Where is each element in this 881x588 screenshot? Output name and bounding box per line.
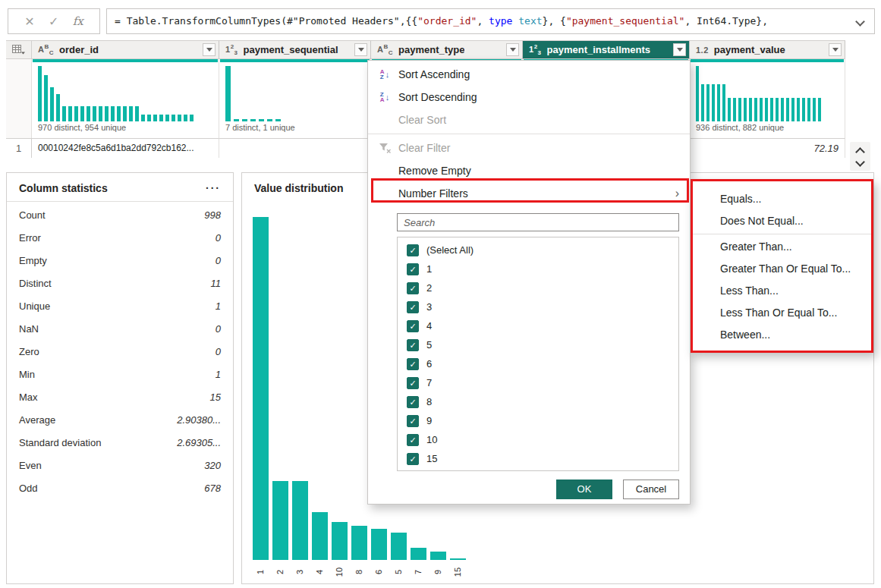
- filter-value-row-9[interactable]: ✓9: [398, 411, 678, 430]
- column-filter-dropdown[interactable]: [829, 43, 842, 56]
- filter-value-row-5[interactable]: ✓5: [398, 335, 678, 354]
- submenu-item-greater-than-or-equal-to[interactable]: Greater Than Or Equal To...: [693, 258, 871, 280]
- checkbox-checked-icon[interactable]: ✓: [407, 358, 419, 370]
- filter-value-row-2[interactable]: ✓2: [398, 278, 678, 297]
- overflow-menu-icon[interactable]: ···: [206, 185, 221, 191]
- submenu-item-less-than-or-equal-to[interactable]: Less Than Or Equal To...: [693, 302, 871, 324]
- histogram-bar: [135, 106, 139, 121]
- filter-value-row-1[interactable]: ✓1: [398, 259, 678, 278]
- filter-value-row-10[interactable]: ✓10: [398, 430, 678, 449]
- formula-token: type: [489, 15, 512, 27]
- checkbox-checked-icon[interactable]: ✓: [407, 263, 419, 275]
- submenu-item-does-not-equal[interactable]: Does Not Equal...: [693, 210, 871, 232]
- checkbox-checked-icon[interactable]: ✓: [407, 377, 419, 389]
- filter-value-row-8[interactable]: ✓8: [398, 392, 678, 411]
- column-filter-dropdown[interactable]: [203, 43, 216, 56]
- column-header-order_id[interactable]: ABCorder_id: [32, 40, 219, 59]
- filter-value-row-4[interactable]: ✓4: [398, 316, 678, 335]
- filter-value-row-select-all[interactable]: ✓(Select All): [398, 241, 678, 259]
- row1-cell-payment_value[interactable]: 72.19: [690, 138, 845, 158]
- cancel-button[interactable]: Cancel: [623, 480, 679, 499]
- formula-input[interactable]: = Table.TransformColumnTypes(#"Promoted …: [106, 8, 875, 34]
- chart-x-label: 7: [411, 564, 426, 588]
- histogram-bar: [728, 98, 731, 121]
- column-histogram: [32, 63, 219, 122]
- column-header-payment_type[interactable]: ABCpayment_type: [371, 40, 523, 59]
- scroll-up-icon[interactable]: [855, 147, 865, 157]
- filter-value-label: 1: [426, 263, 432, 275]
- checkbox-checked-icon[interactable]: ✓: [407, 339, 419, 351]
- histogram-bar: [696, 66, 699, 121]
- column-header-payment_value[interactable]: 1.2payment_value: [690, 40, 845, 59]
- histogram-bar: [184, 115, 187, 121]
- fx-icon[interactable]: fx: [73, 14, 83, 28]
- table-corner-button[interactable]: [6, 40, 32, 59]
- checkbox-checked-icon[interactable]: ✓: [407, 453, 419, 465]
- submenu-item-greater-than[interactable]: Greater Than...: [693, 236, 871, 258]
- column-type-icon: ABC: [377, 43, 393, 56]
- histogram-bar: [80, 106, 84, 121]
- submenu-item-equals[interactable]: Equals...: [693, 188, 871, 210]
- checkbox-checked-icon[interactable]: ✓: [407, 396, 419, 408]
- filter-value-row-3[interactable]: ✓3: [398, 297, 678, 316]
- column-filter-dropdown[interactable]: [354, 43, 367, 56]
- column-header-payment_sequential[interactable]: 123payment_sequential: [219, 40, 371, 59]
- histogram-bar: [738, 98, 741, 121]
- stat-value: 2.69305...: [177, 437, 221, 448]
- stat-label: Count: [19, 209, 46, 221]
- search-input[interactable]: [397, 213, 679, 231]
- distinct-unique-label: 7 distinct, 1 unique: [219, 122, 371, 138]
- menu-item-sort-descending[interactable]: ZA↓Sort Descending: [368, 86, 690, 108]
- histogram-bar: [701, 84, 704, 121]
- formula-expand-chevron-icon[interactable]: [855, 17, 865, 27]
- submenu-item-between[interactable]: Between...: [693, 324, 871, 346]
- row1-cell-payment_sequential[interactable]: [219, 138, 371, 158]
- submenu-item-less-than[interactable]: Less Than...: [693, 280, 871, 302]
- filter-value-row-15[interactable]: ✓15: [398, 449, 678, 468]
- filter-value-list: ✓(Select All)✓1✓2✓3✓4✓5✓6✓7✓8✓9✓10✓15: [397, 237, 679, 471]
- stat-row-odd: Odd678: [19, 476, 221, 499]
- number-filters-submenu-items: Equals...Does Not Equal...Greater Than..…: [693, 188, 871, 346]
- menu-item-sort-ascending[interactable]: AZ↓Sort Ascending: [368, 63, 690, 86]
- column-header-payment_installments[interactable]: 123payment_installments: [523, 40, 690, 59]
- grid-scrollbar[interactable]: [850, 142, 870, 171]
- histogram-bar: [722, 84, 725, 121]
- chart-bar: [292, 481, 308, 560]
- histogram-bar: [770, 98, 773, 121]
- stat-value: 0: [216, 255, 221, 266]
- menu-item-number-filters[interactable]: Number Filters›: [368, 182, 690, 205]
- filter-value-label: 6: [426, 358, 432, 369]
- filter-value-row-6[interactable]: ✓6: [398, 354, 678, 373]
- histogram-bar: [717, 84, 720, 121]
- filter-value-label: 10: [426, 434, 437, 445]
- stat-value: 678: [204, 483, 221, 494]
- filter-value-row-7[interactable]: ✓7: [398, 373, 678, 392]
- column-filter-dropdown[interactable]: [506, 43, 519, 56]
- column-filter-menu: AZ↓Sort AscendingZA↓Sort DescendingClear…: [367, 60, 691, 505]
- row-number[interactable]: 1: [6, 138, 32, 158]
- chart-x-label: 3: [292, 564, 308, 588]
- row-header-spacer: [6, 59, 32, 138]
- chart-x-label: 9: [430, 564, 446, 588]
- stat-label: Empty: [19, 255, 47, 266]
- histogram-bar: [807, 98, 810, 121]
- checkbox-checked-icon[interactable]: ✓: [407, 301, 419, 313]
- check-icon[interactable]: ✓: [49, 14, 58, 29]
- checkbox-checked-icon[interactable]: ✓: [407, 282, 419, 294]
- histogram-bar: [56, 94, 60, 121]
- checkbox-checked-icon[interactable]: ✓: [407, 320, 419, 332]
- column-filter-dropdown[interactable]: [673, 43, 686, 56]
- cancel-icon[interactable]: ✕: [24, 14, 34, 29]
- histogram-bar: [813, 98, 816, 121]
- filter-value-label: (Select All): [426, 244, 474, 256]
- stat-value: 11: [211, 278, 222, 289]
- stat-row-distinct: Distinct11: [19, 272, 221, 294]
- checkbox-checked-icon[interactable]: ✓: [407, 244, 419, 256]
- grid-column-order_id: ABCorder_id970 distinct, 954 unique00010…: [32, 40, 219, 158]
- menu-item-remove-empty[interactable]: Remove Empty: [368, 159, 690, 182]
- row1-cell-order_id[interactable]: 00010242fe8c5a6d1ba2dd792cb162...: [32, 138, 219, 158]
- scroll-down-icon[interactable]: [855, 157, 865, 167]
- checkbox-checked-icon[interactable]: ✓: [407, 434, 419, 446]
- checkbox-checked-icon[interactable]: ✓: [407, 415, 419, 427]
- ok-button[interactable]: OK: [556, 480, 612, 499]
